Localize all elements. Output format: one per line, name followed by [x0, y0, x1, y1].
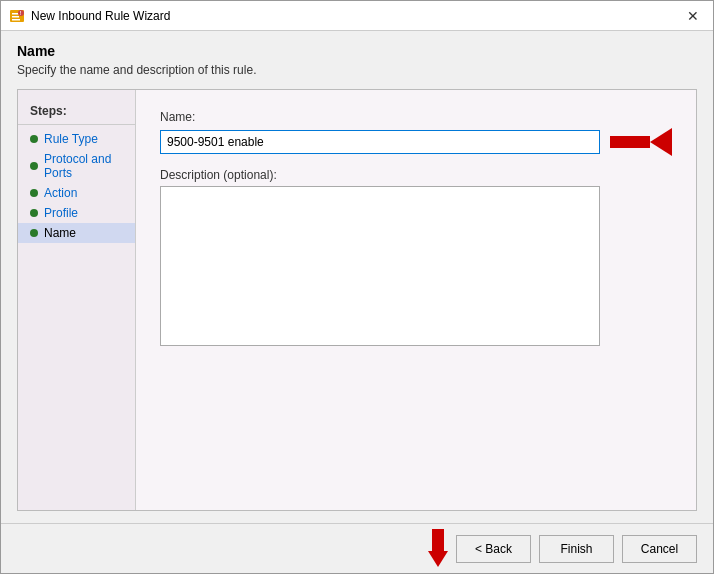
- step-dot-rule-type: [30, 135, 38, 143]
- window-body: Name Specify the name and description of…: [1, 31, 713, 523]
- window-icon: !: [9, 8, 25, 24]
- svg-rect-3: [12, 19, 20, 21]
- finish-arrow: [428, 529, 448, 567]
- arrow-indicator: [610, 128, 672, 156]
- description-field-group: Description (optional):: [160, 168, 672, 346]
- arrow-body: [610, 136, 650, 148]
- down-arrow-body: [432, 529, 444, 551]
- step-dot-profile: [30, 209, 38, 217]
- footer: < Back Finish Cancel: [1, 523, 713, 573]
- description-label: Description (optional):: [160, 168, 672, 182]
- down-arrow-head: [428, 551, 448, 567]
- step-action[interactable]: Action: [18, 183, 135, 203]
- name-label: Name:: [160, 110, 672, 124]
- step-profile[interactable]: Profile: [18, 203, 135, 223]
- step-label-profile: Profile: [44, 206, 78, 220]
- cancel-button[interactable]: Cancel: [622, 535, 697, 563]
- step-dot-action: [30, 189, 38, 197]
- step-label-protocol-ports: Protocol and Ports: [44, 152, 123, 180]
- steps-header: Steps:: [18, 100, 135, 125]
- step-rule-type[interactable]: Rule Type: [18, 129, 135, 149]
- svg-rect-2: [12, 16, 19, 18]
- step-label-name: Name: [44, 226, 76, 240]
- step-protocol-ports[interactable]: Protocol and Ports: [18, 149, 135, 183]
- steps-panel: Steps: Rule Type Protocol and Ports Acti…: [18, 90, 136, 510]
- name-input[interactable]: [160, 130, 600, 154]
- step-label-action: Action: [44, 186, 77, 200]
- step-dot-name: [30, 229, 38, 237]
- name-input-wrapper: [160, 128, 672, 156]
- finish-wrapper: [428, 529, 448, 569]
- title-bar: ! New Inbound Rule Wizard ✕: [1, 1, 713, 31]
- description-input[interactable]: [160, 186, 600, 346]
- close-button[interactable]: ✕: [681, 4, 705, 28]
- page-title: Name: [17, 43, 697, 59]
- wizard-window: ! New Inbound Rule Wizard ✕ Name Specify…: [0, 0, 714, 574]
- step-dot-protocol-ports: [30, 162, 38, 170]
- back-button[interactable]: < Back: [456, 535, 531, 563]
- main-area: Steps: Rule Type Protocol and Ports Acti…: [17, 89, 697, 511]
- finish-button[interactable]: Finish: [539, 535, 614, 563]
- step-name[interactable]: Name: [18, 223, 135, 243]
- form-panel: Name: Description (optional):: [136, 90, 696, 510]
- page-subtitle: Specify the name and description of this…: [17, 63, 697, 77]
- arrow-head: [650, 128, 672, 156]
- window-title: New Inbound Rule Wizard: [31, 9, 681, 23]
- step-label-rule-type: Rule Type: [44, 132, 98, 146]
- name-field-group: Name:: [160, 110, 672, 156]
